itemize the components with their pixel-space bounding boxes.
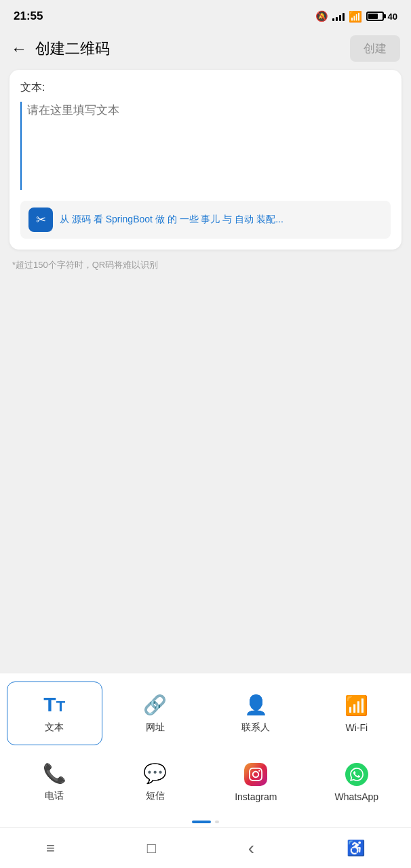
wifi-status-icon: 📶 [349,10,362,23]
create-button[interactable]: 创建 [350,35,400,62]
text-type-label: 文本 [45,722,64,734]
wifi-type-icon: 📶 [345,694,368,717]
sms-type-icon: 💬 [143,762,167,785]
type-item-text[interactable]: TT 文本 [7,682,102,745]
url-type-icon: 🔗 [143,694,167,716]
type-item-url[interactable]: 🔗 网址 [108,682,203,745]
accessibility-nav-button[interactable]: ♿ [347,840,365,857]
page-indicator [7,814,404,827]
type-item-sms[interactable]: 💬 短信 [108,751,203,814]
whatsapp-type-label: WhatsApp [334,791,378,802]
back-button[interactable]: ← [11,39,27,58]
clipboard-suggestion[interactable]: ✂ 从 源码 看 SpringBoot 做 的 一些 事儿 与 自动 装配... [20,201,391,239]
battery-icon [366,12,384,21]
sms-type-label: 短信 [146,790,165,802]
text-type-icon: TT [43,693,65,716]
phone-type-icon: 📞 [43,762,66,785]
type-grid-container: TT 文本 🔗 网址 👤 联系人 📶 Wi-Fi 📞 电话 💬 短信 [0,673,411,827]
page-dot-inactive [215,821,219,823]
content-card: 文本: ✂ 从 源码 看 SpringBoot 做 的 一些 事儿 与 自动 装… [9,70,402,250]
page-title: 创建二维码 [35,39,110,59]
header: ← 创建二维码 创建 [0,30,411,70]
status-time: 21:55 [14,9,43,23]
clipboard-icon: ✂ [28,208,53,232]
battery-level: 40 [388,12,397,22]
status-icons: 🔕 📶 40 [315,10,397,23]
clipboard-text: 从 源码 看 SpringBoot 做 的 一些 事儿 与 自动 装配... [60,214,383,226]
mute-icon: 🔕 [315,10,328,22]
home-nav-button[interactable]: □ [147,840,156,857]
instagram-type-label: Instagram [235,791,277,802]
contact-type-label: 联系人 [241,722,270,734]
status-bar: 21:55 🔕 📶 40 [0,0,411,30]
text-input[interactable] [20,102,391,190]
signal-bars-icon [332,12,345,21]
type-item-instagram[interactable]: Instagram [208,751,304,814]
bottom-nav: ≡ □ ‹ ♿ [0,827,411,868]
back-nav-button[interactable]: ‹ [248,837,254,859]
header-left: ← 创建二维码 [11,39,110,59]
type-item-whatsapp[interactable]: WhatsApp [309,751,405,814]
text-field-label: 文本: [20,81,391,95]
type-item-wifi[interactable]: 📶 Wi-Fi [309,682,405,745]
phone-type-label: 电话 [45,790,64,802]
type-item-contact[interactable]: 👤 联系人 [208,682,304,745]
whatsapp-type-icon [345,763,368,786]
menu-nav-button[interactable]: ≡ [46,840,55,857]
wifi-type-label: Wi-Fi [345,722,368,733]
warning-text: *超过150个字符时，QR码将难以识别 [12,259,399,271]
page-dot-active [192,821,211,823]
url-type-label: 网址 [146,722,165,734]
type-grid: TT 文本 🔗 网址 👤 联系人 📶 Wi-Fi 📞 电话 💬 短信 [7,682,404,814]
type-item-phone[interactable]: 📞 电话 [7,751,102,814]
contact-type-icon: 👤 [244,694,268,716]
instagram-type-icon [244,763,267,786]
